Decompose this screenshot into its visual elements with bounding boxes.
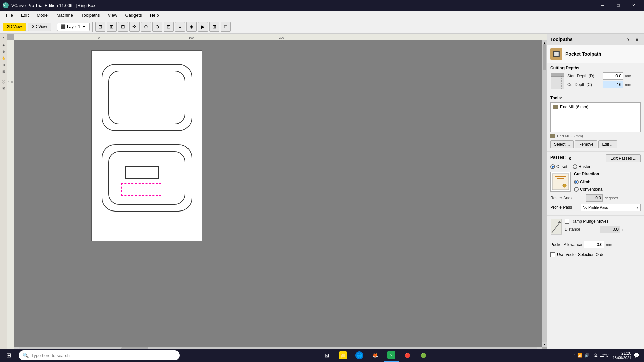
menu-view[interactable]: View	[105, 11, 121, 19]
remove-button[interactable]: Remove	[575, 140, 597, 148]
toolbar-fit-icon[interactable]: ⊡	[95, 22, 105, 32]
taskbar-volume-icon[interactable]: 🔊	[584, 353, 589, 358]
panel-icon-question[interactable]: ?	[625, 36, 632, 43]
vertical-scrollbar[interactable]: ▲ ▼	[542, 40, 547, 347]
window-controls: ─ □ ✕	[595, 0, 641, 11]
ramp-distance-unit: mm	[622, 227, 628, 231]
view-3d-button[interactable]: 3D View	[28, 23, 51, 31]
conventional-radio[interactable]: Conventional	[574, 187, 603, 192]
select-button[interactable]: Select ...	[550, 140, 574, 148]
view-2d-button[interactable]: 2D View	[3, 23, 26, 31]
left-tool-node[interactable]: ◈	[1, 42, 7, 48]
left-tool-arrow[interactable]: ↖	[1, 35, 7, 41]
profile-pass-row: Profile Pass No Profile Pass ▼	[550, 204, 641, 211]
toolbar-unsplit-icon[interactable]: □	[221, 22, 231, 32]
taskbar-notification-button[interactable]: 💬	[633, 352, 640, 359]
edit-button[interactable]: Edit ...	[598, 140, 617, 148]
taskbar-search-input[interactable]	[31, 353, 176, 358]
panel-icon-expand[interactable]: ⊞	[633, 36, 641, 43]
panel-title: Toolpaths	[550, 37, 573, 42]
climb-label: Climb	[580, 180, 590, 184]
maximize-button[interactable]: □	[610, 0, 626, 11]
canvas-container: 0 100 200 100 ▲	[7, 34, 547, 351]
ramp-distance-input[interactable]	[600, 226, 620, 233]
cut-depth-input[interactable]	[603, 81, 623, 88]
edit-passes-button[interactable]: Edit Passes ...	[606, 154, 641, 162]
vscroll-down-arrow[interactable]: ▼	[542, 342, 547, 347]
ramp-checkbox[interactable]	[565, 219, 569, 224]
toolbar-zoom-in-icon[interactable]: ⊕	[141, 22, 151, 32]
menu-machine[interactable]: Machine	[53, 11, 76, 19]
close-button[interactable]: ✕	[626, 0, 641, 11]
menu-toolpaths[interactable]: Toolpaths	[78, 11, 103, 19]
panel-header-icons: ? ⊞	[625, 36, 641, 43]
ramp-distance-row: Distance mm	[565, 226, 641, 233]
menu-edit[interactable]: Edit	[18, 11, 32, 19]
canvas-work-area[interactable]	[14, 40, 542, 347]
ramp-options: Ramp Plunge Moves Distance mm	[565, 219, 641, 234]
toolbar-split-icon[interactable]: ⊞	[209, 22, 219, 32]
left-tool-pan[interactable]: ✋	[1, 55, 7, 61]
left-tool-extra2[interactable]: ⊠	[1, 85, 7, 91]
toolbar-select-icon[interactable]: ⊞	[107, 22, 117, 32]
raster-angle-unit: degrees	[605, 196, 618, 200]
panel-header: Toolpaths ? ⊞	[547, 34, 644, 45]
taskbar-chevron-icon[interactable]: ^	[574, 353, 575, 357]
raster-radio[interactable]: Raster	[573, 164, 590, 169]
toolbar-sim-icon[interactable]: ▶	[198, 22, 208, 32]
offset-radio-circle	[550, 164, 555, 169]
work-paper	[91, 50, 202, 241]
pocket-allowance-label: Pocket Allowance	[550, 242, 582, 247]
menu-model[interactable]: Model	[33, 11, 52, 19]
toolbar-grid-icon[interactable]: ⊟	[118, 22, 128, 32]
taskbar-firefox-button[interactable]: 🦊	[368, 349, 383, 362]
vscroll-thumb[interactable]	[543, 44, 546, 70]
ramp-distance-label: Distance	[565, 227, 598, 232]
left-tool-extra1[interactable]: ░	[1, 78, 7, 84]
right-panel: Toolpaths ? ⊞ 🔲 Pocket Toolpath Cutting …	[547, 34, 644, 351]
ruler-mark-v-100: 100	[8, 80, 13, 84]
tool-item: End Mill (6 mm)	[552, 104, 639, 110]
taskbar-files-button[interactable]: 📁	[336, 349, 351, 362]
taskbar-chrome-button[interactable]: 🟢	[416, 349, 431, 362]
pocket-toolpath-title: Pocket Toolpath	[565, 51, 601, 57]
ring-slot-solid	[125, 166, 159, 179]
menu-gadgets[interactable]: Gadgets	[122, 11, 145, 19]
menu-file[interactable]: File	[3, 11, 16, 19]
toolbar-snap-icon[interactable]: ✛	[129, 22, 140, 32]
minimize-button[interactable]: ─	[595, 0, 610, 11]
pocket-allowance-input[interactable]	[584, 241, 604, 248]
taskbar-taskview-button[interactable]: ⊠	[320, 349, 334, 362]
svg-text:D: D	[552, 73, 553, 76]
taskbar-app6-button[interactable]: 🔴	[400, 349, 415, 362]
main-area: ↖ ◈ ⊕ ✋ ⊕ ⊞ ░ ⊠ 0 100 200 100	[0, 34, 644, 351]
taskbar-clock[interactable]: 21:20 18/09/2021	[613, 351, 631, 360]
pocket-toolpath-header: 🔲 Pocket Toolpath	[547, 45, 644, 63]
taskbar-edge-button[interactable]: 🌐	[352, 349, 367, 362]
offset-radio[interactable]: Offset	[550, 164, 567, 169]
profile-pass-dropdown[interactable]: No Profile Pass ▼	[581, 204, 641, 211]
ring-inner-top	[108, 71, 185, 124]
start-depth-input[interactable]	[603, 72, 623, 80]
left-tool-measure[interactable]: ⊕	[1, 62, 7, 68]
use-vector-checkbox[interactable]	[550, 252, 555, 257]
toolbar-layers-icon[interactable]: ≡	[175, 22, 185, 32]
taskbar-network-icon[interactable]: 📶	[577, 353, 582, 358]
use-vector-row: Use Vector Selection Order	[547, 251, 644, 258]
toolbar-zoom-out-icon[interactable]: ⊖	[152, 22, 162, 32]
firefox-icon: 🦊	[371, 351, 379, 359]
toolbar-zoom-fit-icon[interactable]: ⊡	[164, 22, 174, 32]
raster-angle-input[interactable]	[586, 194, 603, 202]
left-tool-snap[interactable]: ⊞	[1, 68, 7, 74]
taskbar-start-button[interactable]: ⊞	[0, 349, 17, 362]
taskbar-search-box[interactable]: 🔍	[19, 350, 180, 360]
climb-radio[interactable]: Climb	[574, 180, 603, 184]
toolbar-toolpaths-icon[interactable]: ◈	[186, 22, 197, 32]
layer-selector[interactable]: ⬛ Layer 1 ▼	[57, 23, 90, 31]
taskbar-vectric-button[interactable]: V	[384, 349, 399, 362]
raster-label: Raster	[579, 164, 590, 169]
menu-help[interactable]: Help	[147, 11, 162, 19]
window-title: VCarve Pro Trial Edition 11.006 - [Ring …	[11, 3, 97, 8]
files-icon: 📁	[339, 351, 347, 359]
left-tool-zoom[interactable]: ⊕	[1, 48, 7, 54]
